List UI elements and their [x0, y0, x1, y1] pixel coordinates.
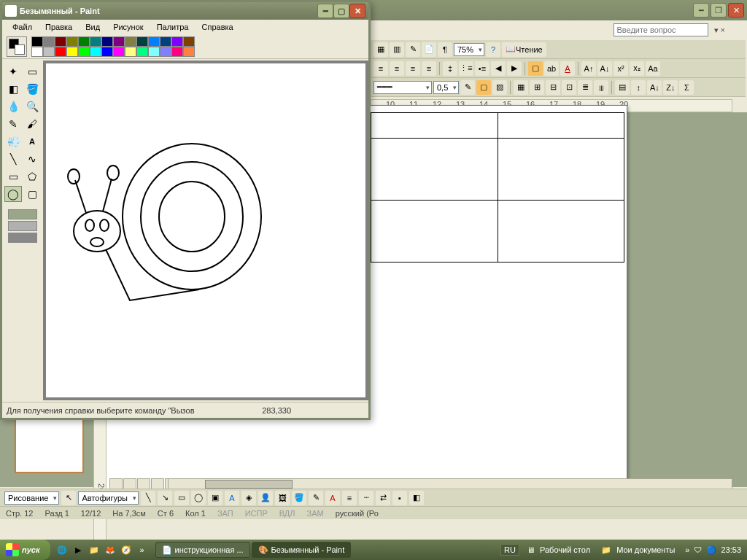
palette-color[interactable] — [66, 47, 78, 57]
documents-link[interactable]: 📁 Мои документы — [601, 545, 678, 554]
align-cell-icon[interactable]: ⊡ — [562, 80, 576, 95]
palette-color[interactable] — [43, 47, 55, 57]
airbrush-tool[interactable]: 💨 — [4, 133, 22, 149]
superscript-icon[interactable]: x² — [614, 61, 628, 76]
language-indicator[interactable]: RU — [500, 544, 519, 556]
outside-border-icon[interactable]: ▢ — [476, 80, 491, 95]
palette-color[interactable] — [31, 47, 43, 57]
line-style-combo[interactable]: ━━━ — [374, 81, 432, 94]
palette-color[interactable] — [171, 36, 183, 47]
palette-color[interactable] — [90, 47, 101, 57]
highlight-icon[interactable]: ab — [544, 61, 559, 76]
help-input[interactable] — [614, 23, 708, 36]
fill-tool[interactable]: 🪣 — [23, 81, 41, 97]
tray-icon-1[interactable]: 🛡 — [694, 545, 702, 554]
palette-color[interactable] — [171, 47, 183, 57]
clock[interactable]: 23:53 — [721, 545, 741, 554]
line-icon[interactable]: ╲ — [141, 491, 155, 505]
autoshapes-menu[interactable]: Автофигуры — [78, 491, 139, 505]
rect-select-tool[interactable]: ▭ — [23, 63, 41, 79]
insert-table-icon[interactable]: ▦ — [514, 80, 528, 95]
help-icon[interactable]: ? — [486, 42, 500, 57]
palette-color[interactable] — [66, 36, 78, 47]
line-tool[interactable]: ╲ — [4, 151, 22, 167]
tool-options[interactable] — [8, 209, 37, 244]
paint-minimize-button[interactable]: ━ — [317, 4, 333, 18]
tables-icon[interactable]: ▦ — [374, 42, 388, 57]
picture-icon[interactable]: 🖼 — [275, 491, 290, 505]
select-objects-icon[interactable]: ↖ — [61, 491, 76, 505]
rectangle-tool[interactable]: ▭ — [4, 168, 22, 184]
palette-color[interactable] — [55, 36, 66, 47]
palette-color[interactable] — [113, 36, 125, 47]
paint-titlebar[interactable]: Безымянный - Paint ━ ▢ ✕ — [2, 2, 368, 20]
grow-font-icon[interactable]: A↑ — [581, 61, 596, 76]
ellipse-tool[interactable]: ◯ — [4, 186, 22, 202]
merge-cells-icon[interactable]: ⊞ — [530, 80, 544, 95]
ql-more-icon[interactable]: » — [135, 542, 150, 557]
paint-maximize-button[interactable]: ▢ — [333, 4, 349, 18]
palette-color[interactable] — [113, 47, 125, 57]
palette-color[interactable] — [148, 36, 160, 47]
page-thumbnail[interactable] — [15, 419, 84, 473]
fillcolor-icon[interactable]: 🪣 — [292, 491, 306, 505]
help-dropdown-icon[interactable]: ▾ × — [714, 26, 725, 34]
palette-color[interactable] — [136, 36, 148, 47]
autosum-icon[interactable]: Σ — [679, 80, 694, 95]
shadow-icon[interactable]: ▪ — [392, 491, 407, 505]
change-case-icon[interactable]: Aa — [646, 61, 660, 76]
clipart-icon[interactable]: 👤 — [258, 491, 273, 505]
magnifier-tool[interactable]: 🔍 — [23, 98, 41, 114]
border-color-icon[interactable]: ✎ — [460, 80, 475, 95]
app3-icon[interactable]: 🧭 — [119, 542, 133, 557]
dashstyle-icon[interactable]: ┄ — [359, 491, 374, 505]
fontcolor-icon[interactable]: A — [560, 61, 575, 76]
palette-color[interactable] — [31, 36, 43, 47]
menu-file[interactable]: Файл — [7, 21, 38, 33]
palette-color[interactable] — [125, 47, 136, 57]
tray-icon-2[interactable]: 🔵 — [706, 545, 716, 555]
menu-view[interactable]: Вид — [80, 21, 106, 33]
palette-color[interactable] — [55, 47, 66, 57]
word-close-button[interactable]: ✕ — [728, 3, 744, 18]
brush-tool[interactable]: 🖌 — [23, 116, 41, 132]
paint-close-button[interactable]: ✕ — [349, 4, 365, 18]
paint-canvas[interactable] — [46, 63, 365, 397]
app2-icon[interactable]: 🦊 — [103, 542, 117, 557]
border-icon[interactable]: ▢ — [528, 61, 543, 76]
text-direction-icon[interactable]: ↕ — [631, 80, 646, 95]
show-marks-icon[interactable]: ¶ — [438, 42, 452, 57]
autoformat-icon[interactable]: ▤ — [615, 80, 630, 95]
palette-color[interactable] — [160, 36, 171, 47]
menu-edit[interactable]: Правка — [39, 21, 78, 33]
menu-image[interactable]: Рисунок — [107, 21, 150, 33]
app1-icon[interactable]: 📁 — [87, 542, 101, 557]
linecolor-icon[interactable]: ✎ — [309, 491, 323, 505]
palette-color[interactable] — [125, 36, 136, 47]
word-restore-button[interactable]: ❐ — [711, 3, 727, 18]
reading-button[interactable]: 📖 Чтение — [502, 42, 546, 57]
3d-icon[interactable]: ◧ — [409, 491, 424, 505]
zoom-combo[interactable]: 75% — [454, 43, 484, 56]
columns-icon[interactable]: ▥ — [390, 42, 404, 57]
indent-inc-icon[interactable]: ▶ — [507, 61, 522, 76]
palette-color[interactable] — [101, 36, 113, 47]
palette-color[interactable] — [136, 47, 148, 57]
indent-dec-icon[interactable]: ◀ — [491, 61, 506, 76]
word-table[interactable] — [371, 112, 624, 262]
shrink-font-icon[interactable]: A↓ — [597, 61, 612, 76]
textbox-icon[interactable]: ▣ — [208, 491, 222, 505]
bullets-icon[interactable]: •≡ — [475, 61, 489, 76]
current-colors[interactable] — [7, 36, 27, 57]
wordart-icon[interactable]: A — [225, 491, 239, 505]
palette-color[interactable] — [78, 47, 90, 57]
menu-colors[interactable]: Палитра — [151, 21, 195, 33]
oval-icon[interactable]: ◯ — [191, 491, 206, 505]
task-paint[interactable]: 🎨 Безымянный - Paint — [252, 542, 352, 558]
desktop-link[interactable]: 🖥 Рабочий стол — [527, 545, 593, 554]
eraser-tool[interactable]: ◧ — [4, 81, 22, 97]
linestyle-icon[interactable]: ≡ — [342, 491, 357, 505]
palette-color[interactable] — [160, 47, 171, 57]
rounded-rect-tool[interactable]: ▢ — [23, 186, 41, 202]
pencil-tool[interactable]: ✎ — [4, 116, 22, 132]
